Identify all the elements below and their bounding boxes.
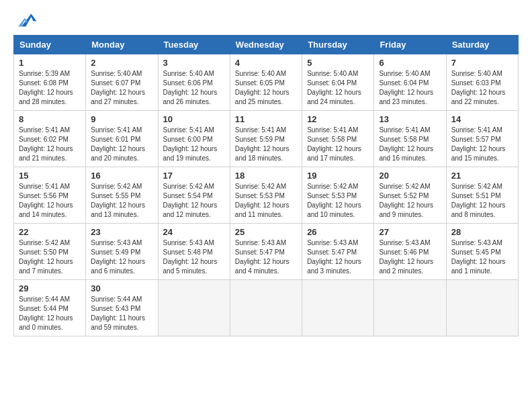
day-info: Sunrise: 5:41 AMSunset: 5:57 PMDaylight:… [451,126,513,163]
day-info: Sunrise: 5:42 AMSunset: 5:54 PMDaylight:… [163,182,225,220]
day-info: Sunrise: 5:42 AMSunset: 5:51 PMDaylight:… [451,182,513,220]
day-number: 1 [19,58,81,68]
day-info: Sunrise: 5:42 AMSunset: 5:52 PMDaylight:… [379,182,441,220]
day-info: Sunrise: 5:42 AMSunset: 5:53 PMDaylight:… [235,182,297,220]
weekday-header: Tuesday [158,36,230,54]
day-number: 13 [379,114,441,124]
calendar-cell: 14Sunrise: 5:41 AMSunset: 5:57 PMDayligh… [446,111,518,167]
day-number: 15 [19,171,81,181]
day-number: 19 [307,171,369,181]
day-info: Sunrise: 5:43 AMSunset: 5:47 PMDaylight:… [307,238,369,276]
calendar-cell: 8Sunrise: 5:41 AMSunset: 6:02 PMDaylight… [14,111,86,167]
calendar-table: SundayMondayTuesdayWednesdayThursdayFrid… [13,35,519,336]
day-number: 3 [163,58,225,68]
calendar-cell: 30Sunrise: 5:44 AMSunset: 5:43 PMDayligh… [86,280,158,336]
day-number: 27 [379,227,441,237]
day-number: 29 [19,283,81,293]
day-number: 10 [163,114,225,124]
day-number: 2 [91,58,152,68]
day-info: Sunrise: 5:43 AMSunset: 5:47 PMDaylight:… [235,238,297,276]
calendar-cell: 25Sunrise: 5:43 AMSunset: 5:47 PMDayligh… [230,224,302,280]
day-number: 16 [91,171,152,181]
day-info: Sunrise: 5:40 AMSunset: 6:04 PMDaylight:… [379,69,441,107]
weekday-header: Saturday [446,36,518,54]
day-info: Sunrise: 5:41 AMSunset: 5:59 PMDaylight:… [235,126,297,163]
day-info: Sunrise: 5:43 AMSunset: 5:48 PMDaylight:… [163,238,225,276]
day-number: 7 [451,58,513,68]
calendar-cell [230,280,302,336]
calendar-cell: 21Sunrise: 5:42 AMSunset: 5:51 PMDayligh… [446,167,518,224]
weekday-header: Sunday [14,36,86,54]
day-info: Sunrise: 5:43 AMSunset: 5:46 PMDaylight:… [379,238,441,276]
day-info: Sunrise: 5:40 AMSunset: 6:04 PMDaylight:… [307,69,369,107]
day-info: Sunrise: 5:41 AMSunset: 5:58 PMDaylight:… [379,126,441,163]
day-number: 11 [235,114,297,124]
calendar-cell: 1Sunrise: 5:39 AMSunset: 6:08 PMDaylight… [14,54,86,111]
day-number: 9 [91,114,152,124]
day-info: Sunrise: 5:42 AMSunset: 5:50 PMDaylight:… [19,238,81,276]
calendar-cell: 24Sunrise: 5:43 AMSunset: 5:48 PMDayligh… [158,224,230,280]
calendar-cell: 7Sunrise: 5:40 AMSunset: 6:03 PMDaylight… [446,54,518,111]
calendar-week-row: 29Sunrise: 5:44 AMSunset: 5:44 PMDayligh… [14,280,519,336]
day-info: Sunrise: 5:41 AMSunset: 6:00 PMDaylight:… [163,126,225,163]
calendar-header-row: SundayMondayTuesdayWednesdayThursdayFrid… [14,36,519,54]
day-number: 24 [163,227,225,237]
day-number: 18 [235,171,297,181]
calendar-cell: 28Sunrise: 5:43 AMSunset: 5:45 PMDayligh… [446,224,518,280]
calendar-cell: 9Sunrise: 5:41 AMSunset: 6:01 PMDaylight… [86,111,158,167]
day-number: 20 [379,171,441,181]
calendar-week-row: 15Sunrise: 5:41 AMSunset: 5:56 PMDayligh… [14,167,519,224]
day-number: 28 [451,227,513,237]
calendar-cell: 6Sunrise: 5:40 AMSunset: 6:04 PMDaylight… [374,54,446,111]
calendar-cell: 23Sunrise: 5:43 AMSunset: 5:49 PMDayligh… [86,224,158,280]
day-info: Sunrise: 5:41 AMSunset: 6:02 PMDaylight:… [19,126,81,163]
calendar-cell: 13Sunrise: 5:41 AMSunset: 5:58 PMDayligh… [374,111,446,167]
day-info: Sunrise: 5:40 AMSunset: 6:07 PMDaylight:… [91,69,152,107]
day-number: 25 [235,227,297,237]
weekday-header: Wednesday [230,36,302,54]
day-info: Sunrise: 5:42 AMSunset: 5:53 PMDaylight:… [307,182,369,220]
calendar-week-row: 1Sunrise: 5:39 AMSunset: 6:08 PMDaylight… [14,54,519,111]
logo [13,11,38,30]
calendar-cell [302,280,374,336]
day-number: 4 [235,58,297,68]
page-header [13,11,519,30]
calendar-cell: 19Sunrise: 5:42 AMSunset: 5:53 PMDayligh… [302,167,374,224]
weekday-header: Thursday [302,36,374,54]
calendar-cell: 12Sunrise: 5:41 AMSunset: 5:58 PMDayligh… [302,111,374,167]
day-info: Sunrise: 5:41 AMSunset: 5:56 PMDaylight:… [19,182,81,220]
calendar-cell: 15Sunrise: 5:41 AMSunset: 5:56 PMDayligh… [14,167,86,224]
calendar-cell: 29Sunrise: 5:44 AMSunset: 5:44 PMDayligh… [14,280,86,336]
day-number: 5 [307,58,369,68]
day-number: 23 [91,227,152,237]
day-info: Sunrise: 5:44 AMSunset: 5:43 PMDaylight:… [91,295,152,332]
calendar-cell: 20Sunrise: 5:42 AMSunset: 5:52 PMDayligh… [374,167,446,224]
day-info: Sunrise: 5:40 AMSunset: 6:06 PMDaylight:… [163,69,225,107]
logo-icon [16,11,38,30]
calendar-cell: 10Sunrise: 5:41 AMSunset: 6:00 PMDayligh… [158,111,230,167]
calendar-cell: 3Sunrise: 5:40 AMSunset: 6:06 PMDaylight… [158,54,230,111]
day-info: Sunrise: 5:41 AMSunset: 6:01 PMDaylight:… [91,126,152,163]
calendar-cell: 2Sunrise: 5:40 AMSunset: 6:07 PMDaylight… [86,54,158,111]
calendar-cell [158,280,230,336]
calendar-week-row: 22Sunrise: 5:42 AMSunset: 5:50 PMDayligh… [14,224,519,280]
day-info: Sunrise: 5:43 AMSunset: 5:49 PMDaylight:… [91,238,152,276]
calendar-cell: 26Sunrise: 5:43 AMSunset: 5:47 PMDayligh… [302,224,374,280]
calendar-cell: 11Sunrise: 5:41 AMSunset: 5:59 PMDayligh… [230,111,302,167]
calendar-cell: 5Sunrise: 5:40 AMSunset: 6:04 PMDaylight… [302,54,374,111]
day-number: 8 [19,114,81,124]
calendar-cell: 16Sunrise: 5:42 AMSunset: 5:55 PMDayligh… [86,167,158,224]
day-info: Sunrise: 5:43 AMSunset: 5:45 PMDaylight:… [451,238,513,276]
weekday-header: Monday [86,36,158,54]
calendar-week-row: 8Sunrise: 5:41 AMSunset: 6:02 PMDaylight… [14,111,519,167]
weekday-header: Friday [374,36,446,54]
calendar-cell [446,280,518,336]
day-number: 21 [451,171,513,181]
calendar-cell: 17Sunrise: 5:42 AMSunset: 5:54 PMDayligh… [158,167,230,224]
day-info: Sunrise: 5:41 AMSunset: 5:58 PMDaylight:… [307,126,369,163]
day-number: 14 [451,114,513,124]
day-number: 30 [91,283,152,293]
day-info: Sunrise: 5:40 AMSunset: 6:03 PMDaylight:… [451,69,513,107]
day-number: 26 [307,227,369,237]
calendar-cell [374,280,446,336]
